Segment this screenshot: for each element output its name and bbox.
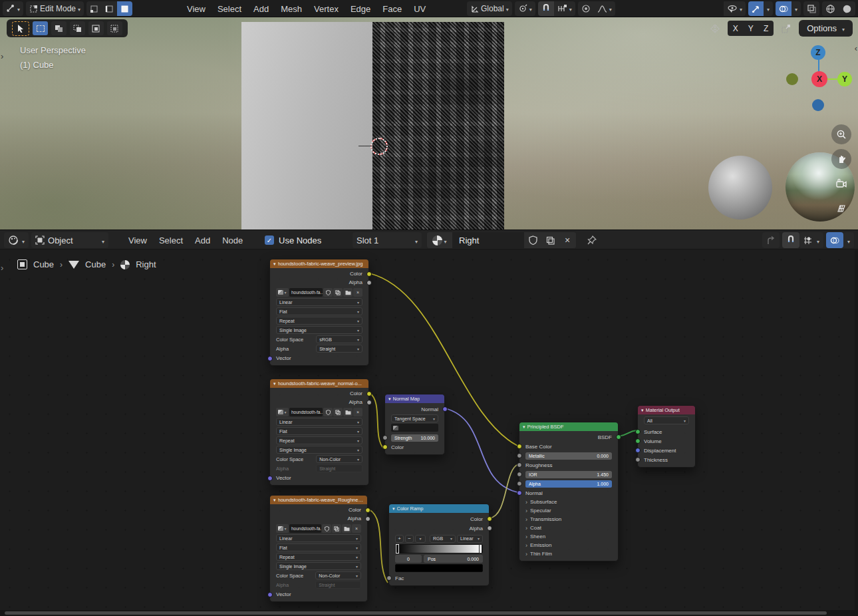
socket-color-output[interactable] [487,516,492,522]
stop-position-slider[interactable]: Pos0.000 [424,555,483,563]
collapse-icon[interactable] [273,381,276,386]
shader-editor-type-button[interactable] [4,232,29,248]
alpha-mode-dropdown[interactable]: Straight [315,581,361,589]
socket-alpha-output[interactable] [366,400,372,405]
mode-dropdown[interactable]: Edit Mode [26,1,84,16]
ramp-interpolation-dropdown[interactable]: Linear [457,535,483,543]
gizmo-axis-z-negative[interactable] [812,99,824,111]
image-name-field[interactable]: houndstooth-fa... [289,524,321,533]
socket-vector-input[interactable] [267,592,273,597]
folder-icon[interactable] [343,408,353,416]
extension-dropdown[interactable]: Repeat [276,553,361,561]
space-dropdown[interactable]: Tangent Space [391,414,438,422]
menu-view[interactable]: View [181,0,212,17]
menu-mesh[interactable]: Mesh [275,0,308,17]
folder-icon[interactable] [343,288,353,297]
projection-dropdown[interactable]: Flat [276,307,362,315]
menu-edge[interactable]: Edge [345,0,376,17]
node-overlays-dropdown[interactable] [843,232,854,248]
remove-stop-button[interactable] [405,535,414,543]
metallic-slider[interactable]: Metallic0.000 [525,452,612,460]
color-space-dropdown[interactable]: sRGB [316,335,362,343]
unlink-material-button[interactable]: × [559,232,576,248]
go-parent-node-button[interactable] [762,232,780,248]
horizontal-scrollbar[interactable] [0,610,858,616]
ramp-tools-dropdown[interactable] [415,535,426,543]
menu-select[interactable]: Select [212,0,247,17]
socket-base-color-input[interactable] [517,444,522,449]
panel-coat[interactable]: Coat [519,524,618,532]
collapse-icon[interactable] [641,407,644,413]
use-nodes-checkbox[interactable] [265,235,274,245]
socket-fac-input[interactable] [386,575,392,581]
alpha-slider[interactable]: Alpha1.000 [525,480,612,488]
show-gizmos-toggle[interactable] [748,1,764,16]
socket-bsdf-output[interactable] [616,434,621,440]
ior-slider[interactable]: IOR1.450 [525,471,612,478]
camera-view-button[interactable] [831,174,851,194]
socket-alpha-output[interactable] [365,516,370,522]
image-browse-button[interactable] [276,524,289,533]
gizmo-axis-z[interactable]: Z [811,45,825,60]
color-space-dropdown[interactable]: Non-Color [315,571,361,579]
node-overlays-toggle[interactable] [826,232,843,248]
image-name-field[interactable]: houndstooth-fa... [289,288,323,297]
snap-settings-dropdown[interactable] [554,1,575,16]
shading-solid-button[interactable] [839,1,855,16]
socket-strength-input[interactable] [382,435,388,440]
shader-menu-node[interactable]: Node [216,231,249,249]
unlink-x-icon[interactable]: × [353,408,362,416]
extension-dropdown[interactable]: Repeat [276,317,362,325]
shield-icon[interactable] [323,288,333,297]
alpha-mode-dropdown[interactable]: Straight [316,464,362,472]
interpolation-dropdown[interactable]: Linear [276,534,361,542]
object-visibility-dropdown[interactable] [724,1,746,16]
socket-ior-input[interactable] [517,472,522,477]
zoom-button[interactable] [831,124,851,144]
color-ramp-gradient[interactable] [395,544,483,553]
node-normal-map[interactable]: Normal Map Normal Tangent Space Strength… [384,394,445,455]
menu-face[interactable]: Face [376,0,408,17]
panel-subsurface[interactable]: Subsurface [519,498,618,506]
socket-roughness-input[interactable] [517,462,522,468]
scrollbar-handle[interactable] [5,611,827,615]
vertex-select-button[interactable] [86,1,102,16]
right-sidebar-toggle-arrow[interactable]: ‹ [855,44,857,53]
uv-map-field[interactable] [391,424,438,432]
material-slot-dropdown[interactable]: Slot 1 [353,232,422,248]
editor-type-button[interactable] [3,1,23,16]
node-principled-bsdf[interactable]: Principled BSDF BSDF Base Color Metallic… [519,422,619,561]
socket-normal-output[interactable] [442,406,448,412]
menu-uv[interactable]: UV [408,0,432,17]
panel-thin-film[interactable]: Thin Film [519,549,618,558]
socket-color-output[interactable] [365,508,370,513]
pivot-point-dropdown[interactable] [515,1,535,16]
shading-wireframe-button[interactable] [822,1,839,16]
collapse-icon[interactable] [523,424,525,430]
cube-face-untextured[interactable] [241,22,372,230]
cube-face-houndstooth-texture[interactable] [372,22,504,230]
shader-type-dropdown[interactable]: Object [31,232,108,248]
panel-emission[interactable]: Emission [519,541,618,549]
gizmo-axis-x[interactable]: X [811,71,827,87]
collapse-icon[interactable] [392,506,395,512]
unlink-x-icon[interactable]: × [352,524,361,533]
socket-color-output[interactable] [366,271,372,277]
add-stop-button[interactable] [395,535,404,543]
folder-icon[interactable] [342,524,351,533]
node-snap-settings-dropdown[interactable] [799,232,823,248]
transform-orientation-dropdown[interactable]: Global [467,1,512,16]
socket-metallic-input[interactable] [517,453,522,458]
socket-alpha-output[interactable] [366,280,372,285]
select-mode-intersect-button[interactable] [107,21,122,35]
gizmo-axis-x-negative[interactable] [786,73,798,85]
socket-vector-input[interactable] [267,356,273,361]
mirror-x-button[interactable]: X [728,21,743,36]
duplicate-icon[interactable] [333,408,343,416]
socket-color-input[interactable] [382,444,388,450]
stop-index-field[interactable]: 0 [395,555,422,563]
edge-select-button[interactable] [102,1,117,16]
node-image-texture-preview[interactable]: houndstooth-fabric-weave_preview.jpg Col… [269,259,369,366]
socket-surface-input[interactable] [635,429,641,434]
collapse-icon[interactable] [273,261,276,267]
